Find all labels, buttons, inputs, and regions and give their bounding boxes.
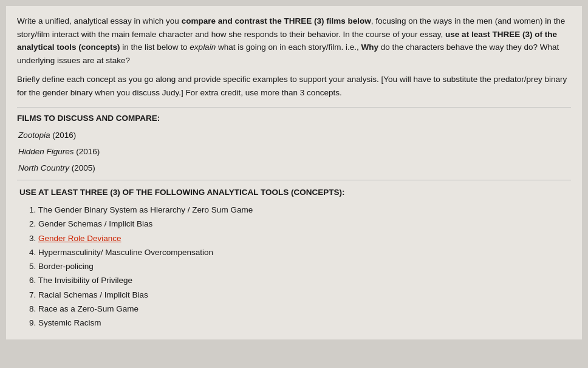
tool-text: Gender Schemas / Implicit Bias (38, 219, 152, 228)
list-item: 5. Border-policing (29, 261, 571, 273)
tool-text: Systemic Racism (38, 318, 101, 327)
film-north-country-year: (2005) (72, 163, 95, 172)
tool-number: 2. (29, 219, 38, 228)
divider-2 (17, 180, 571, 180)
list-item: 9. Systemic Racism (29, 317, 571, 329)
second-paragraph: Briefly define each concept as you go al… (17, 73, 571, 99)
tool-text: The Gender Binary System as Hierarchy / … (38, 205, 253, 214)
film-zootopia: Zootopia (2016) (17, 129, 571, 142)
tool-text: Racial Schemas / Implicit Bias (38, 290, 148, 299)
tool-number: 7. (29, 290, 38, 299)
list-item: 3. Gender Role Deviance (29, 233, 571, 245)
tool-number: 3. (29, 234, 38, 243)
film-north-country: North Country (2005) (17, 162, 571, 175)
tool-number: 8. (29, 304, 38, 313)
tool-text: The Invisibility of Privilege (38, 276, 132, 285)
tool-number: 6. (29, 276, 38, 285)
tool-text: Hypermasculinity/ Masculine Overcompensa… (38, 248, 213, 257)
bold-use-at-least: use at least THREE (3) of the analytical… (17, 30, 557, 52)
tool-number: 9. (29, 318, 38, 327)
page-container: Write a unified, analytical essay in whi… (0, 0, 588, 368)
list-item: 2. Gender Schemas / Implicit Bias (29, 218, 571, 230)
films-heading: FILMS TO DISCUSS AND COMPARE: (17, 112, 571, 125)
list-item: 4. Hypermasculinity/ Masculine Overcompe… (29, 247, 571, 259)
tool-number: 5. (29, 262, 38, 271)
bold-compare: compare and contrast the THREE (3) films… (182, 16, 371, 26)
content-area: Write a unified, analytical essay in whi… (6, 6, 582, 339)
tools-heading: USE AT LEAST THREE (3) OF THE FOLLOWING … (17, 186, 571, 199)
film-zootopia-title: Zootopia (18, 131, 50, 140)
tool-number: 1. (29, 205, 38, 214)
film-hidden-figures-year: (2016) (76, 147, 100, 156)
list-item: 8. Race as a Zero-Sum Game (29, 303, 571, 315)
list-item: 6. The Invisibility of Privilege (29, 274, 571, 287)
divider-1 (17, 107, 571, 107)
tool-text-highlighted: Gender Role Deviance (38, 234, 121, 243)
film-hidden-figures-title: Hidden Figures (18, 147, 74, 156)
tool-number: 4. (29, 248, 38, 257)
italic-explain: explain (190, 43, 216, 52)
tool-text: Border-policing (38, 262, 94, 271)
tools-list: 1. The Gender Binary System as Hierarchy… (17, 204, 571, 329)
list-item: 1. The Gender Binary System as Hierarchy… (29, 204, 571, 216)
film-zootopia-year: (2016) (52, 131, 76, 140)
film-hidden-figures: Hidden Figures (2016) (17, 146, 571, 158)
bold-why: Why (361, 43, 379, 52)
intro-paragraph-1: Write a unified, analytical essay in whi… (17, 15, 571, 67)
tool-text: Race as a Zero-Sum Game (38, 304, 138, 313)
film-north-country-title: North Country (18, 163, 69, 172)
list-item: 7. Racial Schemas / Implicit Bias (29, 289, 571, 301)
